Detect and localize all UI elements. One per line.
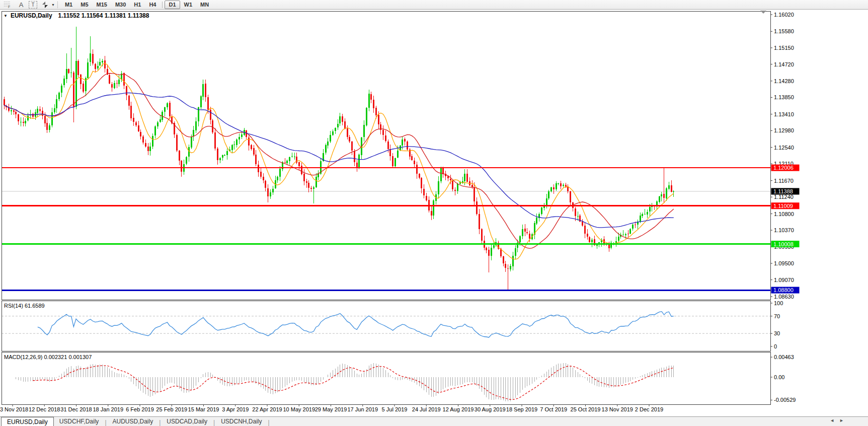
candle-up bbox=[97, 66, 99, 68]
candle-up bbox=[20, 122, 22, 122]
candle-down bbox=[73, 73, 74, 107]
candle-down bbox=[142, 136, 144, 143]
candle-down bbox=[481, 229, 483, 241]
svg-text:1.12006: 1.12006 bbox=[773, 165, 794, 171]
candle-down bbox=[147, 147, 149, 151]
text-label-tool-icon[interactable]: T bbox=[29, 1, 37, 9]
candle-down bbox=[205, 84, 206, 97]
rsi-tick-label: 70 bbox=[774, 313, 780, 319]
candle-down bbox=[575, 208, 576, 216]
candle-down bbox=[454, 190, 456, 191]
candle-up bbox=[239, 137, 240, 139]
candle-up bbox=[25, 121, 26, 123]
candle-up bbox=[512, 256, 514, 266]
timeframe-button-m5[interactable]: M5 bbox=[76, 1, 92, 9]
scroll-right-button[interactable]: ► bbox=[839, 418, 844, 423]
tab-eurusd-daily[interactable]: EURUSD,Daily bbox=[1, 417, 54, 426]
candle-up bbox=[87, 62, 89, 78]
candle-up bbox=[152, 136, 153, 147]
toolbar: F A T ▼ M1M5M15M30H1H4D1W1MN bbox=[0, 0, 868, 10]
timeframe-button-m1[interactable]: M1 bbox=[61, 1, 76, 9]
candle-down bbox=[486, 248, 487, 250]
candle-up bbox=[402, 139, 403, 146]
candle-down bbox=[479, 214, 480, 230]
candle-up bbox=[186, 157, 187, 164]
candle-down bbox=[212, 120, 213, 132]
date-tick-label: 15 Mar 2019 bbox=[188, 406, 219, 412]
chart-window[interactable]: 1.160201.155801.151501.147201.142801.138… bbox=[0, 10, 868, 416]
candle-down bbox=[145, 143, 146, 147]
candle-down bbox=[303, 174, 305, 181]
candle-up bbox=[327, 141, 329, 146]
candle-down bbox=[260, 172, 262, 176]
candle-down bbox=[529, 234, 530, 239]
candle-up bbox=[200, 96, 202, 107]
timeframe-button-d1[interactable]: D1 bbox=[165, 1, 180, 9]
candle-down bbox=[39, 109, 41, 111]
price-tick-label: 1.12540 bbox=[774, 145, 794, 151]
grid-f-icon[interactable]: F bbox=[3, 1, 14, 9]
tab-usdcnh-daily[interactable]: USDCNH,Daily bbox=[215, 417, 267, 426]
candle-up bbox=[543, 206, 545, 208]
candle-down bbox=[263, 177, 264, 180]
timeframe-button-w1[interactable]: W1 bbox=[180, 1, 197, 9]
timeframe-button-m15[interactable]: M15 bbox=[93, 1, 111, 9]
date-tick-label: 18 Jan 2019 bbox=[93, 406, 123, 412]
timeframe-button-mn[interactable]: MN bbox=[196, 1, 213, 9]
candle-up bbox=[154, 126, 156, 135]
candle-up bbox=[66, 69, 67, 79]
grid-f-glyph: F bbox=[4, 1, 13, 9]
candle-up bbox=[577, 216, 579, 217]
tab-usdcad-daily[interactable]: USDCAD,Daily bbox=[161, 417, 213, 426]
chart-canvas[interactable]: 1.160201.155801.151501.147201.142801.138… bbox=[0, 10, 868, 416]
candle-up bbox=[522, 229, 523, 236]
chart-shift-marker[interactable] bbox=[760, 11, 766, 14]
timeframe-button-m30[interactable]: M30 bbox=[111, 1, 130, 9]
candle-up bbox=[358, 155, 360, 168]
candle-up bbox=[661, 194, 662, 196]
candle-down bbox=[553, 187, 555, 189]
candle-up bbox=[649, 207, 651, 211]
tab-audusd-daily[interactable]: AUDUSD,Daily bbox=[107, 417, 159, 426]
candle-down bbox=[663, 194, 665, 198]
candle-up bbox=[236, 139, 238, 145]
candle-up bbox=[659, 196, 660, 201]
candle-down bbox=[385, 135, 386, 141]
candle-up bbox=[54, 108, 55, 112]
price-tick-label: 1.15580 bbox=[774, 28, 794, 34]
date-tick-label: 12 Dec 2018 bbox=[29, 406, 60, 412]
tab-usdchf-daily[interactable]: USDCHF,Daily bbox=[54, 417, 105, 426]
arrows-tool-icon[interactable] bbox=[39, 1, 50, 9]
window-menu-icon[interactable]: ▼ bbox=[4, 14, 8, 18]
candle-up bbox=[493, 245, 495, 248]
candle-down bbox=[392, 156, 393, 166]
candle-up bbox=[270, 192, 271, 196]
candle-down bbox=[301, 166, 302, 174]
scroll-left-button[interactable]: ◄ bbox=[830, 418, 834, 423]
candle-down bbox=[77, 61, 79, 75]
candle-up bbox=[666, 188, 667, 198]
chart-title-symbol: EURUSD,Daily bbox=[11, 12, 52, 19]
candle-down bbox=[344, 121, 346, 128]
candle-up bbox=[536, 218, 537, 224]
price-tick-label: 1.10800 bbox=[774, 211, 794, 217]
candle-down bbox=[560, 183, 562, 186]
timeframe-button-h1[interactable]: H1 bbox=[130, 1, 145, 9]
arrows-dropdown-caret[interactable]: ▼ bbox=[51, 3, 55, 7]
text-tool-icon[interactable]: A bbox=[16, 1, 27, 9]
price-tick-label: 1.15150 bbox=[774, 45, 794, 51]
candle-up bbox=[332, 131, 334, 135]
candle-up bbox=[510, 266, 511, 269]
candle-up bbox=[56, 99, 57, 108]
candle-down bbox=[104, 60, 106, 68]
candle-down bbox=[18, 114, 19, 121]
candle-down bbox=[407, 141, 408, 150]
timeframe-button-h4[interactable]: H4 bbox=[145, 1, 160, 9]
candle-up bbox=[368, 94, 370, 108]
candle-down bbox=[308, 183, 309, 188]
candle-down bbox=[176, 135, 178, 151]
candle-up bbox=[231, 145, 233, 150]
candle-down bbox=[109, 75, 110, 84]
candle-down bbox=[671, 185, 672, 192]
arrows-glyph bbox=[41, 1, 49, 8]
